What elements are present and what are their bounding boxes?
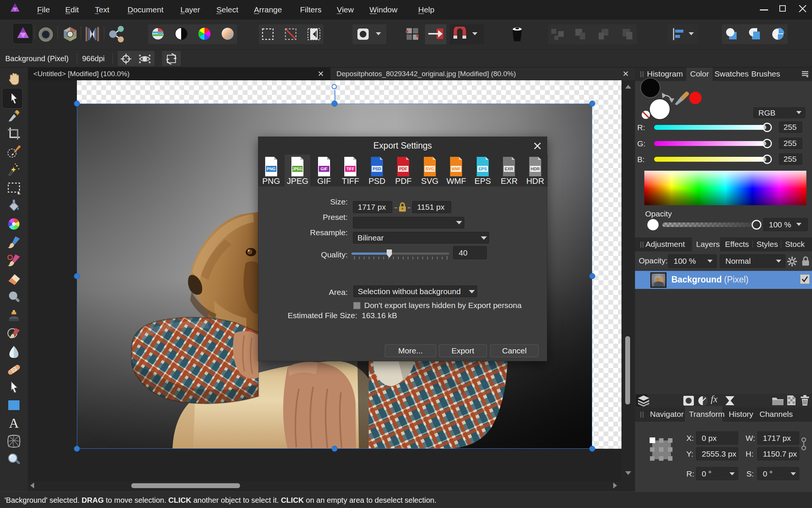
svg-text:A: A (9, 416, 19, 431)
